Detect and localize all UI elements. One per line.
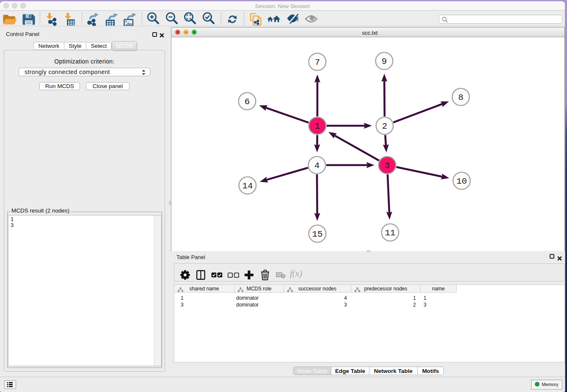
svg-text:14: 14 [242,181,253,191]
svg-text:15: 15 [312,229,322,239]
svg-text:4: 4 [314,161,320,171]
svg-text:2: 2 [382,121,388,131]
svg-text:9: 9 [382,57,387,66]
svg-text:8: 8 [458,93,464,102]
svg-text:6: 6 [245,97,250,107]
svg-text:1: 1 [315,121,320,131]
svg-text:11: 11 [385,228,395,238]
svg-text:3: 3 [385,161,390,171]
svg-text:7: 7 [315,58,320,67]
svg-text:10: 10 [456,177,467,186]
